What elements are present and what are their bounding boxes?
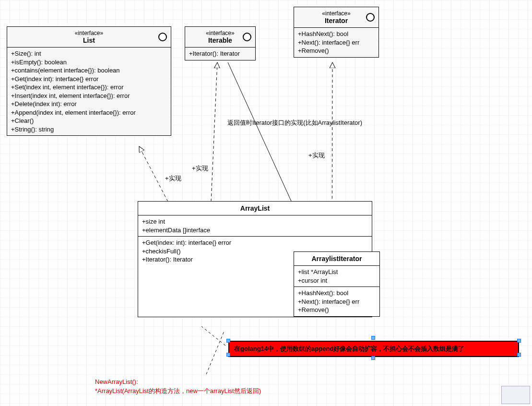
stereotype: «interface» [299, 10, 374, 17]
constructor-note-line2: *ArrayList(ArrayList的构造方法，new一个arrayList… [95, 387, 261, 395]
method: +contains(element interface{}): boolean [11, 66, 167, 75]
selection-handle[interactable] [226, 339, 230, 343]
method: +Get(index: int): interface{} error [142, 239, 368, 247]
uml-iterable-interface[interactable]: «interface» Iterable +Iterator(): Iterat… [185, 26, 256, 60]
uml-header: ArraylistIterator [294, 252, 379, 266]
uml-header: «interface» Iterable [185, 27, 255, 48]
method: +HashNext(): bool [298, 30, 375, 38]
selection-handle[interactable] [371, 356, 375, 360]
interface-circle-icon [243, 33, 251, 41]
method: +Remove() [298, 47, 375, 55]
uml-header: «interface» List [7, 27, 171, 48]
uml-arraylistiterator-class[interactable]: ArraylistIterator +list *ArrayList +curs… [294, 251, 380, 317]
method: +Set(index int, element interface{}): er… [11, 83, 167, 92]
comment-callout[interactable]: 在golang14中，使用数组的append好像会自动扩容，不担心会不会插入数组… [228, 341, 519, 357]
method: +String(): string [11, 125, 167, 134]
svg-line-5 [206, 330, 225, 374]
svg-line-0 [139, 146, 168, 202]
uml-header: «interface» Iterator [294, 7, 378, 28]
field: +elementData []interface [142, 226, 368, 235]
class-name: ArrayList [143, 204, 367, 212]
interface-circle-icon [366, 13, 375, 22]
method: +Clear() [11, 117, 167, 125]
constructor-note-line1: NewArrayList(): [95, 378, 138, 385]
class-name: List [12, 36, 166, 44]
svg-line-1 [211, 62, 217, 202]
minimap-thumbnail[interactable] [501, 386, 530, 404]
interface-circle-icon [158, 33, 167, 41]
field: +cursor int [298, 276, 376, 285]
field: +size int [142, 217, 368, 226]
impl-label-list: +实现 [165, 174, 181, 183]
method: +isEmpty(): boolean [11, 58, 167, 67]
class-name: Iterable [190, 36, 250, 44]
class-name: ArraylistIterator [299, 255, 375, 263]
impl-label-iterable: +实现 [192, 164, 208, 173]
selection-handle[interactable] [226, 353, 230, 357]
method: +Next(): interface{} err [298, 298, 376, 306]
selection-handle[interactable] [517, 339, 521, 343]
methods-section: +HashNext(): bool +Next(): interface{} e… [294, 287, 379, 316]
fields-section: +size int +elementData []interface [138, 215, 372, 237]
selection-handle[interactable] [371, 336, 375, 340]
method: +Iterator(): Iterator [189, 49, 251, 58]
method: +Next(): interface{} err [298, 38, 375, 47]
uml-list-interface[interactable]: «interface» List +Size(): int +isEmpty()… [7, 26, 171, 136]
method: +Get(index int): interface{} error [11, 75, 167, 84]
uml-iterator-interface[interactable]: «interface» Iterator +HashNext(): bool +… [294, 7, 379, 58]
method: +Size(): int [11, 49, 167, 58]
methods-section: +Iterator(): Iterator [185, 48, 255, 60]
stereotype: «interface» [190, 30, 250, 36]
class-name: Iterator [299, 17, 374, 24]
method: +Insert(index int, element interface{}):… [11, 92, 167, 100]
return-note: 返回值时Iterator接口的实现(比如ArraylistIterator) [227, 119, 362, 127]
svg-line-4 [201, 326, 225, 346]
methods-section: +HashNext(): bool +Next(): interface{} e… [294, 28, 378, 57]
methods-section: +Size(): int +isEmpty(): boolean +contai… [7, 48, 171, 135]
stereotype: «interface» [12, 30, 166, 36]
method: +Append(index int, element interface{}):… [11, 108, 167, 117]
fields-section: +list *ArrayList +cursor int [294, 266, 379, 287]
method: +HashNext(): bool [298, 289, 376, 298]
method: +Delete(index int): error [11, 100, 167, 108]
field: +list *ArrayList [298, 268, 376, 276]
uml-header: ArrayList [138, 202, 372, 215]
selection-handle[interactable] [517, 353, 521, 357]
method: +Remove() [298, 306, 376, 314]
impl-label-iterator: +实现 [308, 151, 325, 160]
